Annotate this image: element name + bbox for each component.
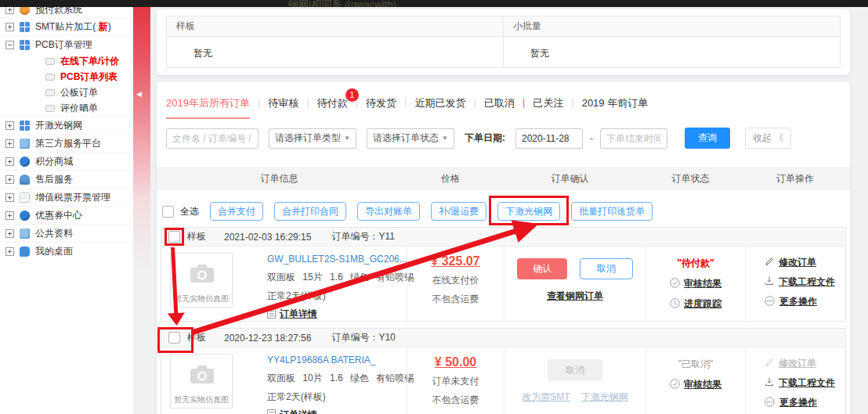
invoice-doc-icon bbox=[20, 193, 30, 203]
order-price-link[interactable]: ¥ 325.07 bbox=[407, 254, 504, 268]
bulk-button-freight-adjust[interactable]: 补/退运费 bbox=[431, 202, 486, 221]
pending-payment-count-badge: 1 bbox=[345, 88, 359, 102]
sidebar-item-points-mall[interactable]: 积分商城 bbox=[0, 152, 133, 170]
order-detail-link[interactable]: 订单详情 bbox=[280, 308, 317, 321]
download-icon bbox=[765, 276, 774, 288]
check-circle-icon bbox=[670, 278, 680, 290]
caret-down-icon: ▼ bbox=[344, 135, 350, 142]
sidebar-item-third-party-platform[interactable]: 第三方服务平台 bbox=[0, 134, 133, 152]
person-icon bbox=[20, 175, 30, 185]
cancel-order-button[interactable]: 取消 bbox=[580, 258, 633, 279]
sidebar-edge-gradient: ◀ bbox=[133, 7, 150, 316]
download-engineering-files-link[interactable]: 下载工程文件 bbox=[779, 376, 835, 390]
order-row-header: 样板 2020-12-23 18:27:56 订单编号：Y10 bbox=[161, 329, 845, 347]
points-globe-icon bbox=[20, 157, 30, 167]
modify-order-link[interactable]: 修改订单 bbox=[779, 256, 816, 269]
sidebar-item-after-sales[interactable]: 售后服务 bbox=[0, 170, 133, 188]
bulk-button-steel-stencil[interactable]: 下激光钢网 bbox=[497, 202, 560, 221]
sidebar-item-public-resources[interactable]: 公共资料 bbox=[0, 224, 133, 242]
sidebar-collapse-handle[interactable]: ◀ bbox=[136, 90, 142, 98]
expand-plus-icon[interactable] bbox=[5, 23, 14, 31]
select-all-label[interactable]: 全选 bbox=[180, 205, 199, 218]
download-engineering-files-link[interactable]: 下载工程文件 bbox=[779, 275, 835, 289]
sidebar-item-pcb-order-management[interactable]: PCB订单管理 bbox=[0, 35, 133, 53]
tab-orders-before-2019[interactable]: 2019 年前订单 bbox=[582, 96, 649, 117]
col-header-order-confirm: 订单确认 bbox=[499, 172, 641, 185]
summary-empty-small-batch: 暂无 bbox=[504, 37, 840, 67]
expand-plus-icon[interactable] bbox=[5, 229, 14, 238]
more-actions-link[interactable]: 更多操作 bbox=[779, 396, 817, 409]
expand-plus-icon[interactable] bbox=[5, 175, 14, 184]
order-checkbox-2[interactable] bbox=[168, 332, 180, 344]
tab-followed[interactable]: 已关注 bbox=[533, 96, 563, 117]
confirm-order-button[interactable]: 确认 bbox=[517, 258, 567, 279]
pcb-module-icon bbox=[20, 40, 30, 50]
price-note: 在线支付价 bbox=[407, 274, 504, 287]
order-row-y10: 样板 2020-12-23 18:27:56 订单编号：Y10 暂无实物仿真图 … bbox=[161, 328, 846, 414]
sidebar-subitem-review-orders[interactable]: 评价晒单 bbox=[0, 100, 133, 116]
expand-plus-icon[interactable] bbox=[5, 211, 14, 220]
order-detail-link[interactable]: 订单详情 bbox=[280, 409, 317, 414]
expand-plus-icon[interactable] bbox=[5, 247, 14, 256]
tab-cancelled[interactable]: 已取消 bbox=[484, 96, 515, 117]
start-date-input[interactable] bbox=[515, 128, 583, 149]
order-status-text: "已取消" bbox=[646, 358, 745, 371]
order-number: 订单编号：Y10 bbox=[331, 331, 395, 344]
order-row-y11: 样板 2021-02-03 16:29:15 订单编号：Y11 暂无实物仿真图 … bbox=[161, 227, 846, 322]
review-result-link[interactable]: 审核结果 bbox=[684, 378, 722, 391]
view-stencil-order-link[interactable]: 查看钢网订单 bbox=[547, 290, 603, 303]
tab-recently-shipped[interactable]: 近期已发货 bbox=[414, 96, 465, 117]
order-checkbox-1[interactable] bbox=[168, 231, 180, 243]
expand-plus-icon[interactable] bbox=[5, 139, 14, 148]
subitem-icon bbox=[45, 74, 55, 81]
pcb-order-management-page: 预付款系统 SMT贴片加工( 新) PCB订单管理 在线下单/计价 PCB订单列… bbox=[0, 0, 868, 414]
expand-plus-icon[interactable] bbox=[5, 193, 14, 202]
cancel-order-button-disabled: 取消 bbox=[548, 359, 602, 381]
tab-pending-payment[interactable]: 待付款1 bbox=[317, 96, 348, 117]
collapse-filters-button[interactable]: 收起 《 bbox=[745, 128, 791, 149]
price-note: 订单未支付 bbox=[407, 375, 504, 388]
sidebar-item-laser-stencil[interactable]: 开激光钢网 bbox=[0, 116, 133, 134]
summary-header-sample: 样板 bbox=[167, 16, 503, 37]
order-tabs: 2019年后所有订单 | 待审核 | 待付款1 | 待发货 | 近期已发货 | … bbox=[157, 81, 850, 119]
search-button[interactable]: 查询 bbox=[685, 128, 730, 149]
review-result-link[interactable]: 审核结果 bbox=[684, 277, 722, 290]
top-bar: 钢网|相同系 /(qwacwith) bbox=[0, 0, 868, 7]
order-type-select[interactable]: 请选择订单类型▼ bbox=[269, 128, 356, 149]
order-price-link[interactable]: ¥ 50.00 bbox=[407, 355, 504, 369]
sidebar-subitem-public-board-orders[interactable]: 公板订单 bbox=[0, 85, 133, 100]
order-status-select[interactable]: 请选择订单状态▼ bbox=[367, 128, 454, 149]
bulk-button-merge-print-contract[interactable]: 合并打印合同 bbox=[274, 202, 346, 221]
document-icon bbox=[267, 308, 276, 321]
sidebar-item-coupon-center[interactable]: 优惠券中心 bbox=[0, 206, 133, 224]
tab-pending-review[interactable]: 待审核 bbox=[268, 96, 298, 117]
tab-separator: | bbox=[396, 96, 414, 108]
order-title-link[interactable]: GW_BULLET2S-S1MB_GC206... bbox=[267, 254, 407, 265]
sidebar-item-vat-invoice[interactable]: 增值税票开票管理 bbox=[0, 188, 133, 206]
sidebar-item-smt-processing[interactable]: SMT贴片加工( 新) bbox=[0, 17, 133, 35]
more-actions-link[interactable]: 更多操作 bbox=[779, 295, 817, 308]
order-datetime: 2021-02-03 16:29:15 bbox=[224, 232, 311, 243]
modify-order-link-disabled: 修改订单 bbox=[779, 357, 816, 370]
tab-pending-shipment[interactable]: 待发货 bbox=[366, 96, 396, 117]
collapse-minus-icon[interactable] bbox=[5, 41, 14, 49]
download-icon bbox=[765, 377, 774, 389]
sidebar-subitem-online-order[interactable]: 在线下单/计价 bbox=[0, 53, 133, 69]
order-specs: 双面板 10片 1.6 绿色 有铅喷锡 bbox=[267, 372, 407, 385]
bulk-actions-bar: 全选 合并支付 合并打印合同 导出对账单 补/退运费 下激光钢网 批量打印送货单 bbox=[162, 202, 850, 221]
bulk-button-batch-print-delivery[interactable]: 批量打印送货单 bbox=[571, 202, 653, 221]
expand-plus-icon[interactable] bbox=[5, 121, 14, 130]
sidebar-item-my-desktop[interactable]: 我的桌面 bbox=[0, 242, 133, 260]
select-all-checkbox[interactable] bbox=[162, 206, 174, 218]
order-date-label: 下单日期: bbox=[465, 131, 505, 145]
end-date-input[interactable] bbox=[600, 128, 667, 149]
tab-all-orders-after-2019[interactable]: 2019年后所有订单 bbox=[166, 96, 250, 119]
sidebar-subitem-pcb-order-list[interactable]: PCB订单列表 bbox=[0, 69, 133, 85]
bulk-button-export-statement[interactable]: 导出对账单 bbox=[357, 202, 420, 221]
col-header-order-info: 订单信息 bbox=[157, 172, 402, 185]
expand-plus-icon[interactable] bbox=[5, 157, 14, 166]
bulk-button-merge-pay[interactable]: 合并支付 bbox=[210, 202, 263, 221]
order-title-link[interactable]: YY4LP19686A BATERIA_ bbox=[267, 355, 407, 365]
progress-tracking-link[interactable]: 进度跟踪 bbox=[684, 297, 722, 311]
keyword-input[interactable] bbox=[166, 128, 259, 149]
